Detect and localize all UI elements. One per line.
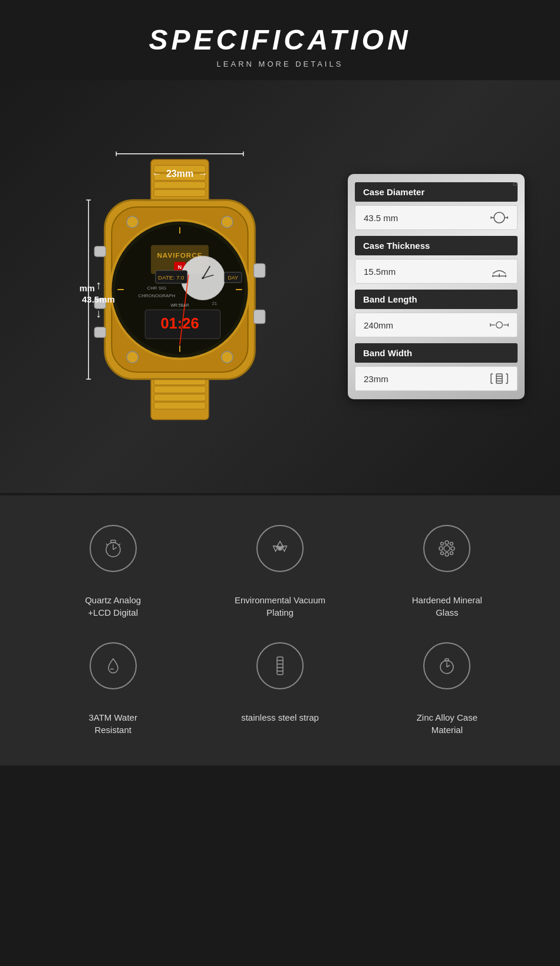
arrow-right: → [198, 169, 207, 179]
feature-water: 3ATM Water Resistant [35, 642, 190, 736]
svg-point-89 [441, 543, 444, 546]
spec-value-band-length: 240mm [355, 313, 518, 337]
feature-case-material: Zinc Alloy Case Material [370, 642, 525, 736]
svg-point-87 [439, 547, 443, 550]
page-title: SPECIFICATION [12, 24, 548, 56]
watch-quartz-icon [101, 537, 125, 560]
feature-vacuum: Environmental Vacuum Plating [202, 525, 357, 619]
case-material-label: Zinc Alloy Case Material [417, 699, 477, 736]
svg-rect-93 [277, 657, 283, 675]
dimension-height: ↑ 43.5mm ↓ [82, 278, 115, 320]
spec-value-case-thickness: 15.5mm [355, 259, 518, 284]
case-material-icon [435, 654, 459, 678]
svg-rect-4 [154, 190, 206, 197]
svg-point-91 [441, 552, 444, 555]
strap-label: stainless steel strap [241, 699, 319, 724]
svg-point-20 [222, 351, 233, 363]
svg-rect-80 [111, 540, 116, 543]
svg-point-53 [494, 212, 505, 223]
svg-point-85 [445, 541, 449, 544]
page-subtitle: LEARN MORE DETAILS [12, 60, 548, 68]
strap-icon [268, 654, 292, 678]
svg-point-92 [450, 552, 453, 555]
feature-quartz: Quartz Analog +LCD Digital [35, 525, 190, 619]
case-material-icon-circle [423, 642, 470, 689]
up-arrow: ↑ [95, 278, 101, 292]
svg-point-90 [450, 543, 453, 546]
svg-point-88 [451, 547, 454, 550]
spec-value-band-width: 23mm [355, 366, 518, 391]
down-arrow: ↓ [95, 307, 101, 320]
svg-rect-14 [94, 327, 106, 338]
spec-label-band-length: Band Length [355, 290, 518, 309]
glass-label: Hardened Mineral Glass [412, 581, 482, 619]
vacuum-icon-circle [256, 525, 304, 572]
arrow-left: ← [152, 169, 162, 179]
height-value: 43.5mm [82, 294, 115, 304]
svg-point-63 [496, 322, 503, 328]
water-icon-circle [90, 642, 137, 689]
width-value: 23mm [166, 169, 193, 179]
case-diameter-icon [490, 211, 509, 225]
svg-rect-16 [253, 310, 265, 324]
svg-rect-101 [445, 659, 449, 661]
spec-label-case-thickness: Case Thickness [355, 236, 518, 255]
spec-section: ← 23mm → [0, 80, 560, 493]
svg-point-18 [222, 216, 233, 228]
recycle-icon [268, 537, 292, 560]
band-width-icon [490, 372, 509, 386]
spec-label-case-diameter: Case Diameter [355, 182, 518, 202]
svg-line-82 [118, 544, 120, 546]
svg-rect-9 [154, 402, 206, 409]
svg-text:CHR SIG: CHR SIG [147, 285, 167, 291]
svg-rect-7 [154, 386, 206, 393]
spec-value-case-diameter: 43.5 mm [355, 205, 518, 230]
svg-point-17 [127, 216, 139, 228]
feature-glass: Hardened Mineral Glass [370, 525, 525, 619]
spec-label-band-width: Band Width [355, 343, 518, 363]
spec-card: Case Diameter 43.5 mm Case Thickness 15.… [348, 174, 525, 399]
svg-line-79 [113, 547, 117, 550]
svg-point-86 [445, 553, 449, 556]
dimension-width: ← 23mm → [152, 169, 207, 179]
features-section: Quartz Analog +LCD Digital Environmental… [0, 495, 560, 765]
svg-point-83 [278, 547, 282, 550]
svg-text:21: 21 [212, 301, 217, 306]
watch-container: ← 23mm → [80, 142, 280, 431]
svg-rect-15 [253, 264, 265, 278]
vacuum-label: Environmental Vacuum Plating [235, 581, 325, 619]
feature-strap: stainless steel strap [202, 642, 357, 736]
svg-text:01:26: 01:26 [160, 315, 199, 331]
svg-rect-12 [94, 247, 106, 257]
svg-point-84 [444, 546, 450, 551]
svg-text:WR:5BAR: WR:5BAR [170, 303, 189, 307]
water-label: 3ATM Water Resistant [88, 699, 137, 736]
svg-text:N: N [178, 264, 182, 270]
svg-text:CHRONOGRAPH: CHRONOGRAPH [138, 293, 175, 298]
mineral-glass-icon [435, 537, 459, 560]
watch-diagram: ← 23mm → [35, 110, 324, 464]
water-resistant-icon [101, 654, 125, 678]
features-grid: Quartz Analog +LCD Digital Environmental… [35, 525, 525, 736]
svg-line-81 [106, 544, 108, 546]
case-thickness-icon [490, 264, 509, 278]
svg-point-19 [127, 351, 139, 363]
strap-icon-circle [256, 642, 304, 689]
svg-rect-3 [154, 182, 206, 189]
svg-text:DATE: 7:0: DATE: 7:0 [158, 274, 185, 281]
svg-rect-8 [154, 394, 206, 401]
header: SPECIFICATION LEARN MORE DETAILS [0, 0, 560, 80]
svg-text:DAY: DAY [228, 275, 238, 281]
quartz-icon-circle [90, 525, 137, 572]
glass-icon-circle [423, 525, 470, 572]
band-length-icon [490, 318, 509, 332]
quartz-label: Quartz Analog +LCD Digital [85, 581, 141, 619]
